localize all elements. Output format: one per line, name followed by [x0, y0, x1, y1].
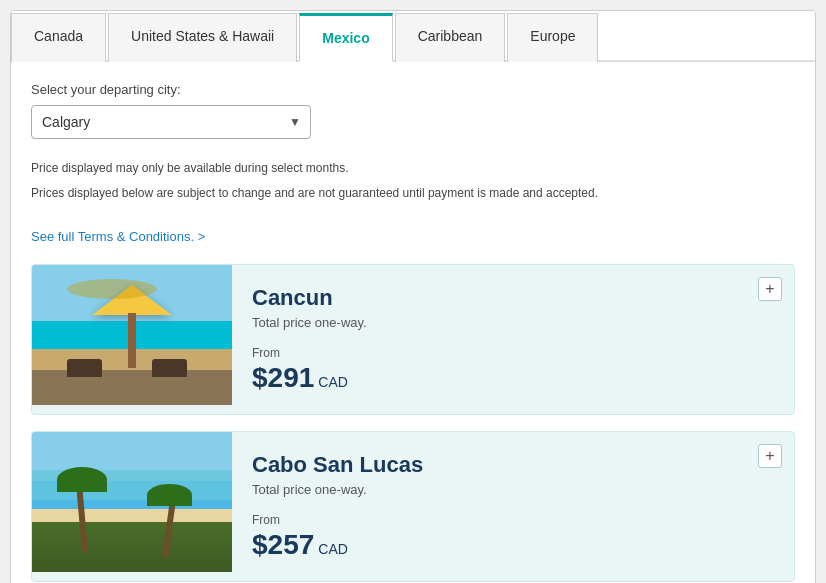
cabo-from-label: From: [252, 513, 774, 527]
disclaimer-line1: Price displayed may only be available du…: [31, 159, 795, 178]
cancun-subtitle: Total price one-way.: [252, 315, 774, 330]
cabo-title: Cabo San Lucas: [252, 452, 774, 478]
departing-label: Select your departing city:: [31, 82, 795, 97]
cancun-from-label: From: [252, 346, 774, 360]
chair-left: [67, 359, 102, 377]
city-dropdown-wrapper: Calgary Vancouver Toronto Montreal Ottaw…: [31, 105, 311, 139]
palm-trunk-2: [162, 498, 176, 558]
cabo-image: [32, 432, 232, 581]
cabo-price: $257CAD: [252, 529, 774, 561]
terms-link[interactable]: See full Terms & Conditions. >: [31, 229, 205, 244]
cabo-img-graphic: [32, 432, 232, 572]
main-container: Canada United States & Hawaii Mexico Car…: [10, 10, 816, 583]
cancun-price: $291CAD: [252, 362, 774, 394]
content-area: Select your departing city: Calgary Vanc…: [11, 62, 815, 583]
cancun-title: Cancun: [252, 285, 774, 311]
palm-leaves-2: [147, 484, 192, 506]
cancun-image: [32, 265, 232, 414]
cabo-expand-button[interactable]: +: [758, 444, 782, 468]
tab-caribbean[interactable]: Caribbean: [395, 13, 506, 62]
palm-leaves-1: [57, 467, 107, 492]
cancun-expand-button[interactable]: +: [758, 277, 782, 301]
cabo-card: Cabo San Lucas Total price one-way. From…: [31, 431, 795, 582]
tab-mexico[interactable]: Mexico: [299, 13, 392, 62]
city-dropdown[interactable]: Calgary Vancouver Toronto Montreal Ottaw…: [31, 105, 311, 139]
tab-bar: Canada United States & Hawaii Mexico Car…: [11, 11, 815, 62]
chair-right: [152, 359, 187, 377]
tab-canada[interactable]: Canada: [11, 13, 106, 62]
tab-us-hawaii[interactable]: United States & Hawaii: [108, 13, 297, 62]
cabo-info: Cabo San Lucas Total price one-way. From…: [232, 432, 794, 581]
disclaimer-line2: Prices displayed below are subject to ch…: [31, 184, 795, 203]
cancun-info: Cancun Total price one-way. From $291CAD: [232, 265, 794, 414]
umbrella-shade: [67, 279, 157, 299]
cancun-img-graphic: [32, 265, 232, 405]
tab-europe[interactable]: Europe: [507, 13, 598, 62]
cancun-card: Cancun Total price one-way. From $291CAD…: [31, 264, 795, 415]
cabo-subtitle: Total price one-way.: [252, 482, 774, 497]
